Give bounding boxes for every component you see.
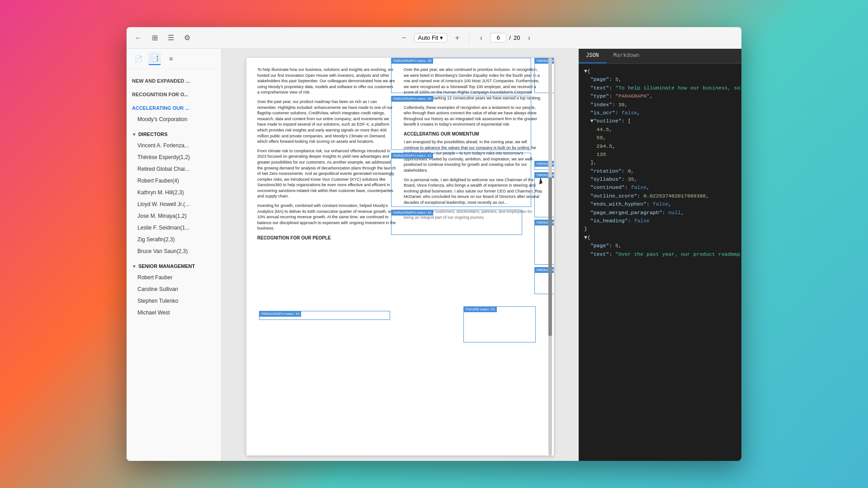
- sidebar-item-retired-chair[interactable]: Retired Global Chai...: [127, 163, 221, 175]
- doc-heading-accelerating: ACCELERATING OUR MOMENTUM: [404, 131, 543, 137]
- toolbar-center: − Auto Fit ▾ + ‹ 6 / 20 ›: [197, 32, 736, 44]
- json-line-syllabus: "syllabus": 35,: [584, 175, 736, 183]
- doc-col-left: To help illuminate how our business, sol…: [257, 67, 396, 241]
- right-panel-tabs: JSON Markdown: [579, 49, 741, 64]
- sidebar-item-directors[interactable]: ▼ DIRECTORS: [127, 129, 221, 140]
- doc-para-9: Thank you to our customers, stockholders…: [404, 209, 543, 220]
- json-line-page-2: "page": 5,: [584, 242, 736, 250]
- tab-json[interactable]: JSON: [579, 49, 606, 63]
- doc-para-4: Investing for growth, combined with cons…: [257, 203, 396, 231]
- doc-para-8: On a personal note, I am delighted to we…: [404, 177, 543, 206]
- settings-button[interactable]: ⚙: [181, 32, 193, 44]
- sidebar-icons: 📄 📑 ≡: [127, 49, 221, 69]
- page-prev-button[interactable]: ‹: [475, 32, 487, 44]
- sidebar-list-icon[interactable]: ≡: [165, 52, 177, 65]
- sidebar-doc-icon[interactable]: 📄: [132, 52, 145, 65]
- sidebar-item-recognition[interactable]: RECOGNITION FOR O...: [127, 89, 221, 100]
- json-line-outline-close: ],: [584, 159, 736, 167]
- json-line-outline-open: ▼"outline": [: [584, 117, 736, 125]
- zoom-mode-label: Auto Fit: [418, 34, 439, 41]
- json-line-page-merged: "page_merged_paragraph": null,: [584, 209, 736, 217]
- sidebar-item-sullivan[interactable]: Caroline Sullivan: [127, 283, 221, 295]
- sidebar-item-vansaun[interactable]: Bruce Van Saun(2,3): [127, 245, 221, 257]
- sidebar-item-fauber-mgmt[interactable]: Robert Fauber: [127, 272, 221, 283]
- doc-para-2: Over the past year, our product roadmap …: [257, 99, 396, 145]
- back-button[interactable]: ←: [132, 32, 145, 44]
- tab-markdown[interactable]: Markdown: [606, 49, 647, 63]
- doc-scrollbar[interactable]: [548, 58, 552, 455]
- json-line-text-key: "text": "To help illuminate how our busi…: [584, 84, 736, 92]
- doc-col-right: Over the past year, we also continued to…: [404, 67, 543, 241]
- annotation-para-43: PARAGRAPH index: 43: [259, 311, 390, 320]
- sidebar-item-hill[interactable]: Kathryn M. Hill(2,3): [127, 187, 221, 198]
- doc-viewer: To help illuminate how our business, sol…: [222, 49, 579, 461]
- sidebar-item-moodys-corp[interactable]: Moody's Corporation: [127, 113, 221, 125]
- doc-para-5: Over the past year, we also continued to…: [404, 67, 543, 101]
- list-button[interactable]: ☰: [165, 32, 177, 44]
- sidebar-item-forlenza[interactable]: Vincent A. Forlenza...: [127, 140, 221, 151]
- json-line-rotation: "rotation": 0,: [584, 167, 736, 175]
- sidebar-item-senior-mgmt[interactable]: ▼ SENIOR MANAGEMENT: [127, 261, 221, 272]
- sidebar-item-seidman[interactable]: Leslie F. Seidman(1...: [127, 222, 221, 234]
- sidebar: 📄 📑 ≡ NEW AND EXPANDED ... RECOGNITION F…: [127, 49, 222, 461]
- json-line-brace-close: }: [584, 225, 736, 233]
- right-panel-content: ▼{ "page": 5, "text": "To help illuminat…: [579, 64, 741, 461]
- doc-para-7: I am energized by the possibilities ahea…: [404, 139, 543, 174]
- sidebar-item-west[interactable]: Michael West: [127, 307, 221, 319]
- json-line-outline-score: "outline_score": 0.0225374020179693​88,: [584, 192, 736, 200]
- json-line-outline-1: 44.5,: [584, 126, 736, 134]
- zoom-control[interactable]: Auto Fit ▾: [414, 33, 448, 42]
- zoom-out-button[interactable]: −: [398, 32, 410, 44]
- sidebar-outline-icon[interactable]: 📑: [148, 52, 161, 65]
- json-line-outline-2: 59,: [584, 134, 736, 142]
- sidebar-item-accelerating[interactable]: ACCELERATING OUR ...: [127, 103, 221, 113]
- json-line-outline-3: 294.5,: [584, 142, 736, 150]
- sidebar-item-minaya[interactable]: Jose M. Minaya(1,2): [127, 210, 221, 222]
- sidebar-item-new-expanded[interactable]: NEW AND EXPANDED ...: [127, 75, 221, 86]
- sidebar-item-fauber-dir[interactable]: Robert Fauber(4): [127, 175, 221, 187]
- doc-two-col: To help illuminate how our business, sol…: [257, 67, 543, 241]
- doc-para-1: To help illuminate how our business, sol…: [257, 67, 396, 95]
- sidebar-nav: NEW AND EXPANDED ... RECOGNITION FOR O..…: [127, 69, 221, 461]
- sidebar-item-howell[interactable]: Lloyd W. Howell Jr.(...: [127, 198, 221, 210]
- directors-chevron-icon: ▼: [132, 132, 137, 137]
- sidebar-item-tulenko[interactable]: Stephen Tulenko: [127, 295, 221, 307]
- json-line-type: "type": "PARAGRAPH",: [584, 92, 736, 100]
- doc-heading-recognition: RECOGNITION FOR OUR PEOPLE: [257, 235, 396, 241]
- zoom-in-button[interactable]: +: [451, 32, 463, 44]
- json-line-ends-hyphen: "ends_with_hyphen": false,: [584, 200, 736, 208]
- toolbar: ← ⊞ ☰ ⚙ − Auto Fit ▾ + ‹ 6 / 20 ›: [127, 27, 741, 49]
- json-line-continued: "continued": false,: [584, 183, 736, 192]
- sidebar-item-serafin[interactable]: Zig Serafin(2,3): [127, 234, 221, 245]
- json-line-is-heading: "is_heading": false: [584, 217, 736, 225]
- json-line-page: "page": 5,: [584, 75, 736, 84]
- grid-button[interactable]: ⊞: [148, 32, 161, 44]
- toolbar-separator: [469, 33, 469, 43]
- json-line-text-2: "text": "Over the past year, our product…: [584, 250, 736, 258]
- sidebar-item-esperdy[interactable]: Thérèse Esperdy(1,2): [127, 151, 221, 163]
- json-line-outline-4: 135: [584, 150, 736, 159]
- doc-page: To help illuminate how our business, sol…: [246, 58, 554, 455]
- doc-para-3: From climate risk to compliance risk, ou…: [257, 148, 396, 199]
- right-panel: JSON Markdown ▼{ "page": 5, "text": "To …: [579, 49, 741, 461]
- json-line-brace-open-2: ▼{: [584, 234, 736, 242]
- json-line-brace-open: ▼{: [584, 67, 736, 75]
- main-area: 📄 📑 ≡ NEW AND EXPANDED ... RECOGNITION F…: [127, 49, 741, 461]
- page-control: ‹ 6 / 20 ›: [475, 32, 535, 44]
- senior-mgmt-chevron-icon: ▼: [132, 264, 137, 269]
- page-separator: /: [509, 34, 511, 41]
- doc-scrollbar-thumb: [548, 177, 552, 336]
- page-next-button[interactable]: ›: [523, 32, 535, 44]
- page-total: 20: [514, 34, 520, 41]
- page-number-input[interactable]: 6: [490, 33, 506, 42]
- app-window: ← ⊞ ☰ ⚙ − Auto Fit ▾ + ‹ 6 / 20 › 📄: [127, 27, 741, 461]
- zoom-chevron-icon: ▾: [440, 34, 443, 41]
- json-line-is-ocr: "is_ocr": false,: [584, 109, 736, 117]
- annotation-figure-51: FIGURE index: 51: [463, 306, 536, 343]
- doc-para-6: Collectively, these examples of recognit…: [404, 105, 543, 127]
- json-line-index: "index": 39,: [584, 101, 736, 109]
